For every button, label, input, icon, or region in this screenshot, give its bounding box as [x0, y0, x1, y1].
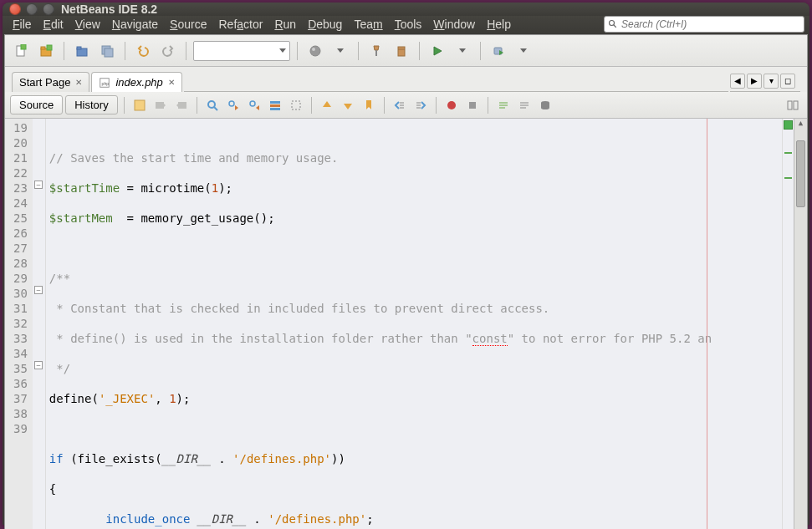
search-input[interactable]: [621, 18, 800, 30]
clean-button[interactable]: [391, 40, 412, 62]
debug-button[interactable]: [488, 40, 509, 62]
code-editor[interactable]: 1920212223242526272829303132333435363738…: [5, 119, 807, 529]
next-bookmark-button[interactable]: [339, 96, 357, 114]
save-all-button[interactable]: [96, 40, 118, 62]
source-view-button[interactable]: Source: [10, 95, 63, 114]
config-combo[interactable]: [193, 41, 290, 61]
find-prev-button[interactable]: [224, 96, 243, 114]
split-vertical-button[interactable]: [784, 96, 802, 114]
forward-button[interactable]: [172, 96, 191, 114]
quick-search[interactable]: [604, 16, 804, 33]
chevron-down-icon: [459, 48, 466, 53]
svg-rect-27: [270, 101, 280, 104]
line-number-gutter[interactable]: 1920212223242526272829303132333435363738…: [5, 119, 33, 529]
svg-point-13: [312, 48, 315, 51]
chevron-down-icon: [337, 48, 344, 53]
close-window-button[interactable]: [9, 3, 21, 15]
maximize-window-button[interactable]: [43, 3, 54, 15]
goto-type-button[interactable]: [536, 96, 554, 114]
menu-help[interactable]: Help: [482, 16, 516, 33]
svg-point-26: [250, 101, 255, 106]
menu-debug[interactable]: Debug: [303, 16, 347, 33]
code-area[interactable]: // Saves the start time and memory usage…: [46, 119, 782, 529]
open-project-button[interactable]: [71, 40, 93, 62]
svg-line-24: [214, 107, 217, 110]
menu-edit[interactable]: Edit: [38, 16, 69, 33]
main-toolbar: [5, 35, 807, 67]
fold-gutter[interactable]: − − −: [33, 119, 46, 529]
macro-stop-button[interactable]: [463, 96, 482, 114]
menu-refactor[interactable]: Refactor: [213, 16, 268, 33]
new-file-button[interactable]: [10, 40, 32, 62]
prev-bookmark-button[interactable]: [318, 96, 336, 114]
application-window: NetBeans IDE 8.2 File Edit View Navigate…: [3, 3, 809, 525]
main-content: Start Page ✕ php index.php ✕ ◀ ▶ ▾ ◻ Sou…: [4, 34, 808, 529]
new-project-button[interactable]: [35, 40, 57, 62]
svg-rect-10: [105, 48, 113, 57]
menu-source[interactable]: Source: [165, 16, 212, 33]
error-stripe[interactable]: [782, 119, 794, 529]
menu-navigate[interactable]: Navigate: [107, 16, 163, 33]
shift-left-button[interactable]: [391, 96, 409, 114]
menu-file[interactable]: File: [8, 16, 37, 33]
minimize-window-button[interactable]: [26, 3, 38, 15]
svg-rect-39: [469, 102, 476, 109]
clean-build-button[interactable]: [365, 40, 387, 62]
tab-prev-button[interactable]: ◀: [730, 74, 745, 89]
svg-rect-28: [270, 104, 280, 107]
uncomment-button[interactable]: [515, 96, 534, 114]
svg-rect-5: [41, 47, 45, 49]
menu-window[interactable]: Window: [428, 16, 480, 33]
comment-button[interactable]: [494, 96, 513, 114]
menu-tools[interactable]: Tools: [390, 16, 427, 33]
fold-toggle-icon[interactable]: −: [34, 181, 43, 189]
expand-debug-button[interactable]: [513, 40, 534, 62]
fold-toggle-icon[interactable]: −: [34, 361, 43, 369]
svg-point-38: [447, 101, 456, 109]
toggle-bookmark-button[interactable]: [360, 96, 378, 114]
svg-text:php: php: [102, 80, 110, 85]
back-button[interactable]: [151, 96, 170, 114]
expand-run-button[interactable]: [452, 40, 473, 62]
menu-view[interactable]: View: [70, 16, 105, 33]
build-button[interactable]: [304, 40, 326, 62]
svg-rect-8: [77, 47, 81, 49]
svg-point-0: [610, 21, 615, 26]
menu-team[interactable]: Team: [349, 16, 387, 33]
window-title: NetBeans IDE 8.2: [61, 3, 157, 16]
toggle-highlight-button[interactable]: [266, 96, 284, 114]
tab-index-php[interactable]: php index.php ✕: [91, 72, 181, 92]
tab-maximize-button[interactable]: ◻: [780, 74, 795, 89]
run-button[interactable]: [426, 40, 448, 62]
redo-button[interactable]: [157, 40, 179, 62]
svg-rect-29: [270, 108, 280, 110]
macro-record-button[interactable]: [442, 96, 461, 114]
history-view-button[interactable]: History: [65, 95, 117, 114]
tab-next-button[interactable]: ▶: [747, 74, 762, 89]
chevron-down-icon: [520, 48, 527, 53]
find-selection-button[interactable]: [203, 96, 222, 114]
svg-rect-50: [794, 101, 798, 109]
last-edit-button[interactable]: [130, 96, 149, 114]
tab-list-button[interactable]: ▾: [763, 74, 779, 89]
svg-rect-49: [788, 101, 792, 109]
tab-close-icon[interactable]: ✕: [75, 78, 82, 87]
fold-toggle-icon[interactable]: −: [34, 286, 43, 294]
find-next-button[interactable]: [245, 96, 263, 114]
tab-start-page[interactable]: Start Page ✕: [12, 72, 89, 92]
menubar: File Edit View Navigate Source Refactor …: [3, 16, 809, 33]
scrollbar-thumb[interactable]: [796, 140, 805, 207]
expand-build-button[interactable]: [329, 40, 351, 62]
menu-run[interactable]: Run: [269, 16, 301, 33]
tab-close-icon[interactable]: ✕: [168, 78, 175, 87]
tab-label: Start Page: [19, 76, 70, 89]
undo-button[interactable]: [132, 40, 154, 62]
svg-point-48: [541, 106, 549, 109]
search-icon: [608, 19, 618, 29]
php-file-icon: php: [99, 77, 110, 89]
vertical-scrollbar[interactable]: ▲ ▼: [794, 119, 807, 529]
window-controls: [9, 3, 54, 15]
toggle-rect-select-button[interactable]: [287, 96, 305, 114]
titlebar: NetBeans IDE 8.2: [3, 3, 809, 16]
shift-right-button[interactable]: [411, 96, 430, 114]
